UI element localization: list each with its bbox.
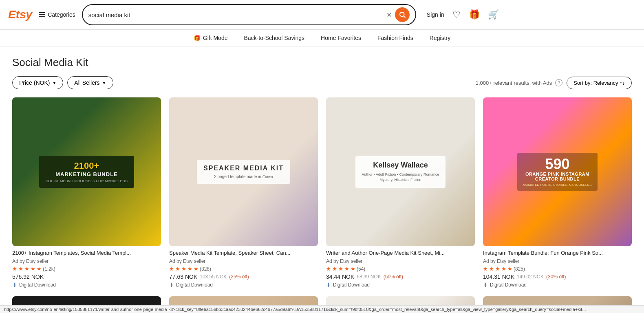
- digital-download: ⬇ Digital Download: [12, 282, 161, 288]
- sort-button[interactable]: Sort by: Relevancy ↑↓: [567, 77, 632, 89]
- price-row: 77.63 NOK 103.55 NOK (25% off): [169, 273, 318, 280]
- download-icon: ⬇: [326, 282, 331, 288]
- price-discount: (25% off): [229, 274, 249, 280]
- price-row: 104.31 NOK 149.02 NOK (30% off): [483, 273, 632, 280]
- product-seller: Ad by Etsy seller: [483, 258, 632, 264]
- download-label: Digital Download: [176, 282, 213, 288]
- nav-fashion-finds[interactable]: Fashion Finds: [377, 35, 413, 41]
- status-bar-text: https://www.etsy.com/no-en/listing/15358…: [4, 307, 586, 312]
- review-count: (1.2k): [43, 266, 55, 272]
- all-sellers-filter-arrow: ▼: [102, 81, 106, 85]
- results-info: 1,000+ relevant results, with Ads ?: [476, 79, 563, 86]
- download-label: Digital Download: [333, 282, 370, 288]
- results-info-icon[interactable]: ?: [555, 79, 562, 86]
- categories-label: Categories: [48, 11, 75, 18]
- product-image-placeholder: 590 ORANGE PINK INSTAGRAMCREATOR BUNDLE …: [483, 97, 632, 246]
- gift-mode-icon: 🎁: [194, 35, 201, 41]
- search-clear-button[interactable]: ✕: [383, 11, 395, 19]
- product-card[interactable]: SPEAKER MEDIA KIT 2 paged template made …: [169, 97, 318, 288]
- product-card[interactable]: 590 ORANGE PINK INSTAGRAMCREATOR BUNDLE …: [483, 97, 632, 288]
- main-content: Social Media Kit Price (NOK) ▼ All Selle…: [0, 46, 644, 313]
- product-image: Kellsey Wallace Author • Adult Fiction •…: [326, 97, 475, 246]
- nav-gift-mode[interactable]: 🎁 Gift Mode: [194, 35, 228, 41]
- review-count: (825): [514, 266, 525, 272]
- star-icon: ★: [31, 266, 35, 272]
- search-submit-button[interactable]: [395, 7, 410, 22]
- star-icon: ★: [344, 266, 349, 272]
- star-icon: ★: [326, 266, 331, 272]
- sign-in-button[interactable]: Sign in: [427, 11, 444, 18]
- price-current: 77.63 NOK: [169, 273, 197, 280]
- download-icon: ⬇: [483, 282, 488, 288]
- page-title: Social Media Kit: [12, 56, 632, 69]
- product-seller: Ad by Etsy seller: [326, 258, 475, 264]
- nav-bar: 🎁 Gift Mode Back-to-School Savings Home …: [0, 30, 644, 46]
- search-input[interactable]: [88, 11, 383, 18]
- digital-download: ⬇ Digital Download: [169, 282, 318, 288]
- price-discount: (30% off): [546, 274, 566, 280]
- price-filter-button[interactable]: Price (NOK) ▼: [12, 76, 63, 89]
- star-icon: ★: [351, 266, 355, 272]
- nav-home-favorites[interactable]: Home Favorites: [321, 35, 361, 41]
- header-actions: Sign in ♡ 🎁 🛒: [427, 9, 499, 20]
- product-title: Writer and Author One-Page Media Kit She…: [326, 249, 475, 257]
- product-image: 2100+ MARKETING BUNDLE SOCIAL MEDIA CARO…: [12, 97, 161, 246]
- favorites-button[interactable]: ♡: [452, 9, 461, 20]
- price-original: 149.02 NOK: [517, 274, 544, 280]
- all-sellers-filter-button[interactable]: All Sellers ▼: [67, 76, 113, 89]
- product-title: 2100+ Instagram Templates, Social Media …: [12, 249, 161, 257]
- review-count: (328): [200, 266, 211, 272]
- star-icon: ★: [483, 266, 488, 272]
- product-grid: 2100+ MARKETING BUNDLE SOCIAL MEDIA CARO…: [12, 97, 632, 288]
- star-icon: ★: [332, 266, 337, 272]
- price-current: 34.44 NOK: [326, 273, 354, 280]
- all-sellers-filter-label: All Sellers: [74, 79, 99, 86]
- star-icon: ★: [194, 266, 198, 272]
- price-discount: (50% off): [384, 274, 403, 280]
- product-title: Speaker Media Kit Template, Speaker Shee…: [169, 249, 318, 257]
- product-image: 590 ORANGE PINK INSTAGRAMCREATOR BUNDLE …: [483, 97, 632, 246]
- price-original: 68.99 NOK: [357, 274, 381, 280]
- download-icon: ⬇: [169, 282, 174, 288]
- product-title: Instagram Template Bundle: Fun Orange Pi…: [483, 249, 632, 257]
- search-icon: [399, 11, 406, 18]
- status-bar: https://www.etsy.com/no-en/listing/15358…: [0, 305, 644, 313]
- results-text: 1,000+ relevant results, with Ads: [476, 80, 552, 86]
- download-label: Digital Download: [490, 282, 527, 288]
- star-icon: ★: [489, 266, 494, 272]
- gift-button[interactable]: 🎁: [469, 9, 480, 20]
- star-icon: ★: [18, 266, 23, 272]
- cart-button[interactable]: 🛒: [488, 9, 499, 20]
- price-filter-arrow: ▼: [52, 81, 56, 85]
- product-card[interactable]: 2100+ MARKETING BUNDLE SOCIAL MEDIA CARO…: [12, 97, 161, 288]
- categories-button[interactable]: Categories: [39, 11, 75, 18]
- review-count: (54): [357, 266, 365, 272]
- product-image-placeholder: Kellsey Wallace Author • Adult Fiction •…: [326, 97, 475, 246]
- price-current: 576.92 NOK: [12, 273, 44, 280]
- svg-point-0: [400, 12, 404, 17]
- search-bar: ✕: [82, 4, 416, 25]
- star-icon: ★: [24, 266, 29, 272]
- nav-registry[interactable]: Registry: [430, 35, 450, 41]
- etsy-logo[interactable]: Etsy: [8, 8, 32, 21]
- star-icon: ★: [37, 266, 42, 272]
- digital-download: ⬇ Digital Download: [326, 282, 475, 288]
- nav-registry-label: Registry: [430, 35, 450, 41]
- price-filter-label: Price (NOK): [19, 79, 50, 86]
- star-icon: ★: [338, 266, 343, 272]
- product-image-placeholder: 2100+ MARKETING BUNDLE SOCIAL MEDIA CARO…: [12, 97, 161, 246]
- product-image-placeholder: SPEAKER MEDIA KIT 2 paged template made …: [169, 97, 318, 246]
- price-current: 104.31 NOK: [483, 273, 514, 280]
- nav-back-to-school[interactable]: Back-to-School Savings: [244, 35, 304, 41]
- nav-gift-mode-label: Gift Mode: [203, 35, 228, 41]
- star-icon: ★: [187, 266, 192, 272]
- product-rating: ★ ★ ★ ★ ★ (54): [326, 266, 475, 272]
- product-image: SPEAKER MEDIA KIT 2 paged template made …: [169, 97, 318, 246]
- hamburger-icon: [39, 12, 45, 17]
- star-icon: ★: [175, 266, 180, 272]
- product-card[interactable]: Kellsey Wallace Author • Adult Fiction •…: [326, 97, 475, 288]
- star-icon: ★: [169, 266, 174, 272]
- star-icon: ★: [507, 266, 512, 272]
- product-seller: Ad by Etsy seller: [12, 258, 161, 264]
- star-icon: ★: [495, 266, 500, 272]
